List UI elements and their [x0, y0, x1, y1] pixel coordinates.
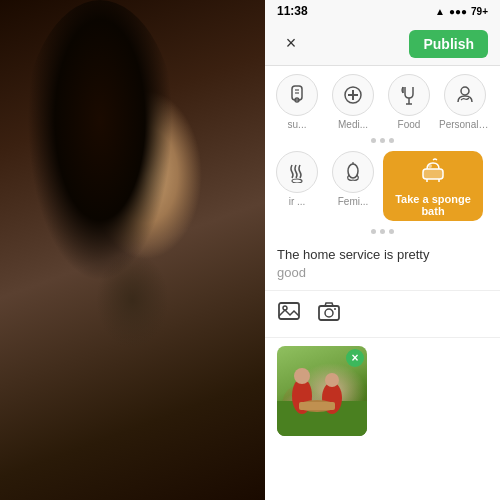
status-bar: 11:38 ▲ ●●● 79+ [265, 0, 500, 22]
wifi-icon: ▲ [435, 6, 445, 17]
svg-point-11 [292, 179, 302, 183]
photo-panel [0, 0, 265, 500]
svg-rect-18 [279, 303, 299, 319]
status-time: 11:38 [277, 4, 308, 18]
dots-row-1 [265, 134, 500, 147]
category-medi-label: Medi... [338, 119, 368, 130]
category-ir-label: ir ... [289, 196, 306, 207]
text-preview-secondary: good [277, 265, 306, 280]
text-area[interactable]: The home service is pretty good [265, 238, 500, 291]
category-femi-icon [332, 151, 374, 193]
dot-3 [389, 138, 394, 143]
sponge-bath-label: Take a sponge bath [393, 193, 473, 217]
person-photo [0, 0, 265, 500]
categories-row-2: ir ... Femi... [265, 147, 500, 225]
category-medi[interactable]: Medi... [327, 74, 379, 130]
dots-row-2 [265, 225, 500, 238]
svg-point-12 [348, 164, 358, 178]
category-ir[interactable]: ir ... [271, 151, 323, 221]
category-sponge-bath[interactable]: Take a sponge bath [383, 151, 483, 221]
svg-rect-14 [423, 169, 443, 179]
dot-4 [371, 229, 376, 234]
signal-icon: ●●● [449, 6, 467, 17]
svg-point-27 [325, 373, 339, 387]
category-femi-label: Femi... [338, 196, 369, 207]
dot-1 [371, 138, 376, 143]
thumbnail-area: × [265, 338, 500, 444]
categories-row-1: su... Medi... Fo [265, 66, 500, 134]
category-ir-icon [276, 151, 318, 193]
svg-point-15 [428, 164, 432, 168]
publish-button[interactable]: Publish [409, 30, 488, 58]
category-food-label: Food [398, 119, 421, 130]
category-su[interactable]: su... [271, 74, 323, 130]
category-food-icon [388, 74, 430, 116]
category-personal[interactable]: Personal Ca [439, 74, 491, 130]
sponge-bath-icon [419, 155, 447, 189]
dot-6 [389, 229, 394, 234]
svg-point-21 [325, 309, 333, 317]
category-personal-label: Personal Ca [439, 119, 491, 130]
svg-rect-20 [319, 306, 339, 320]
top-bar: × Publish [265, 22, 500, 66]
svg-point-10 [461, 87, 469, 95]
category-personal-icon [444, 74, 486, 116]
media-row [265, 291, 500, 338]
svg-rect-29 [299, 402, 335, 410]
category-medi-icon [332, 74, 374, 116]
svg-point-25 [294, 368, 310, 384]
battery-icon: 79+ [471, 6, 488, 17]
dot-2 [380, 138, 385, 143]
category-su-icon [276, 74, 318, 116]
dot-5 [380, 229, 385, 234]
close-button[interactable]: × [277, 30, 305, 58]
status-icons: ▲ ●●● 79+ [435, 6, 488, 17]
phone-panel: 11:38 ▲ ●●● 79+ × Publish su... [265, 0, 500, 500]
camera-button[interactable] [317, 299, 341, 329]
text-preview-main: The home service is pretty [277, 247, 429, 262]
category-femi[interactable]: Femi... [327, 151, 379, 221]
category-food[interactable]: Food [383, 74, 435, 130]
category-su-label: su... [288, 119, 307, 130]
svg-point-22 [334, 308, 336, 310]
thumbnail-image: × [277, 346, 367, 436]
image-picker-button[interactable] [277, 299, 301, 329]
